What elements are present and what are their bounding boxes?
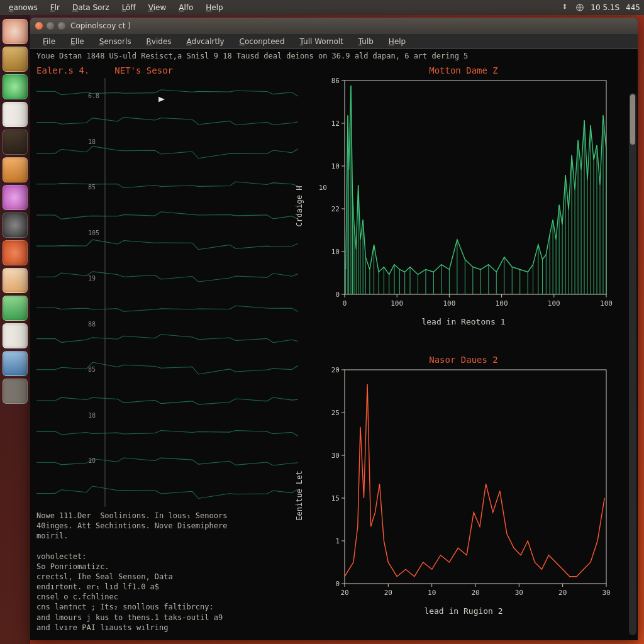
left-yticks: 6.818851051988851810: [88, 78, 107, 507]
menu-file[interactable]: File: [36, 36, 62, 47]
titlebar[interactable]: Copinolscoy ct ): [30, 18, 638, 34]
svg-text:100: 100: [496, 299, 508, 308]
os-menu-item[interactable]: Flr: [45, 2, 65, 13]
svg-text:25: 25: [331, 409, 340, 417]
os-menubar-left: eanows Flr Data Sorz Löff View Alfo Help: [4, 2, 228, 13]
os-menu-item[interactable]: eanows: [4, 2, 43, 13]
content-area: Ealer.s 4. NET's Sesor 6.818851051988851…: [30, 62, 638, 640]
scrollbar-thumb[interactable]: [630, 94, 635, 145]
svg-text:12: 12: [331, 119, 340, 128]
os-tray: 10 5.1S 445: [560, 3, 640, 12]
svg-text:20: 20: [471, 589, 479, 597]
app-menubar: File Elle Sensorls Rvides Advcalrtly Coc…: [30, 34, 638, 49]
menu-item[interactable]: Tull Womolt: [294, 36, 350, 47]
launcher-app[interactable]: [3, 213, 28, 238]
svg-text:0: 0: [343, 299, 347, 308]
plot-top: Motton Dame Z Crdaige H 0100100100100100…: [303, 64, 624, 348]
os-menu-item[interactable]: Alfo: [174, 2, 198, 13]
signal-traces: 6.818851051988851810: [36, 78, 298, 507]
status-line: Youe Dstan 1848 US-uld Resisct,a Snisl 9…: [30, 49, 638, 62]
menu-item[interactable]: Sensorls: [93, 36, 138, 47]
svg-text:20: 20: [331, 366, 340, 374]
launcher-app[interactable]: [3, 268, 28, 293]
plot-top-canvas: 01001001001001000102210128610: [303, 77, 624, 316]
scrollbar[interactable]: [629, 93, 636, 635]
app-window: Copinolscoy ct ) File Elle Sensorls Rvid…: [30, 18, 638, 640]
launcher-app[interactable]: [3, 240, 28, 265]
svg-text:100: 100: [391, 299, 403, 308]
left-pane-titles: Ealer.s 4. NET's Sesor: [36, 64, 298, 78]
launcher-app[interactable]: [3, 47, 28, 72]
os-menu-item[interactable]: Data Sorz: [67, 2, 114, 13]
svg-text:30: 30: [602, 589, 610, 597]
plot-bottom-ylabel: Eenitue Let: [295, 470, 304, 520]
maximize-button[interactable]: [58, 22, 65, 30]
launcher-app[interactable]: [3, 185, 28, 210]
left-title-b: NET's Sesor: [114, 65, 173, 75]
launcher-app[interactable]: [3, 19, 28, 44]
launcher-app[interactable]: [3, 323, 28, 348]
launcher-app[interactable]: [3, 130, 28, 155]
menu-item[interactable]: Rvides: [140, 36, 177, 47]
plot-bottom-xlabel: lead in Rugion 2: [303, 605, 624, 616]
launcher-app[interactable]: [3, 157, 28, 182]
menu-item[interactable]: Tulb: [352, 36, 380, 47]
svg-text:15: 15: [331, 494, 340, 502]
svg-text:100: 100: [600, 299, 613, 308]
os-menu-item[interactable]: View: [143, 2, 171, 13]
os-menubar: eanows Flr Data Sorz Löff View Alfo Help…: [0, 0, 644, 15]
menu-item[interactable]: Advcalrtly: [180, 36, 231, 47]
svg-text:10: 10: [331, 162, 340, 170]
svg-text:100: 100: [443, 299, 455, 308]
menu-help[interactable]: Help: [382, 36, 412, 47]
svg-text:10: 10: [331, 248, 340, 256]
os-menu-item[interactable]: Löff: [117, 2, 141, 13]
menu-item[interactable]: Coconpteed: [233, 36, 291, 47]
tray-extra: 445: [626, 3, 640, 12]
svg-text:20: 20: [340, 589, 348, 597]
launcher: [0, 15, 30, 644]
svg-rect-87: [345, 370, 606, 584]
svg-text:86: 86: [331, 77, 340, 85]
plot-bottom-title: Nasor Daues 2: [303, 353, 624, 366]
left-pane: Ealer.s 4. NET's Sesor 6.818851051988851…: [30, 62, 301, 640]
plot-top-ylabel: Crdaige H: [295, 186, 304, 226]
svg-text:100: 100: [548, 299, 560, 308]
launcher-app[interactable]: [3, 296, 28, 321]
svg-text:30: 30: [515, 589, 523, 597]
svg-text:10: 10: [428, 589, 436, 597]
os-menu-item[interactable]: Help: [201, 2, 228, 13]
svg-rect-3: [345, 80, 606, 294]
menu-item[interactable]: Elle: [64, 36, 91, 47]
launcher-app[interactable]: [3, 102, 28, 127]
svg-text:20: 20: [384, 589, 392, 597]
window-title: Copinolscoy ct ): [70, 21, 131, 30]
window-controls: [35, 22, 65, 30]
plot-bottom: Nasor Daues 2 Eenitue Let 20201020302030…: [303, 353, 624, 638]
svg-text:0: 0: [335, 291, 340, 299]
svg-text:20: 20: [558, 589, 567, 597]
plot-top-xlabel: lead in Reotons 1: [303, 316, 624, 326]
close-button[interactable]: [35, 22, 43, 30]
terminal-output: Nowe 111.Der Soolinions. In lous₁ Senoor…: [36, 507, 298, 638]
svg-text:0: 0: [335, 580, 340, 588]
svg-marker-2: [158, 97, 165, 103]
left-title-a: Ealer.s 4.: [36, 65, 89, 75]
svg-text:22: 22: [331, 205, 340, 213]
tray-time[interactable]: 10 5.1S: [591, 3, 619, 12]
indicator-icon[interactable]: [560, 3, 569, 12]
plot-top-title: Motton Dame Z: [303, 64, 624, 77]
launcher-app[interactable]: [3, 351, 28, 376]
launcher-app[interactable]: [3, 74, 28, 99]
svg-text:30: 30: [331, 452, 340, 460]
network-icon[interactable]: [575, 3, 584, 12]
launcher-app[interactable]: [3, 379, 28, 404]
right-pane: Motton Dame Z Crdaige H 0100100100100100…: [301, 62, 638, 640]
svg-text:1: 1: [335, 537, 340, 545]
minimize-button[interactable]: [47, 22, 54, 30]
svg-text:10: 10: [319, 184, 327, 192]
plot-bottom-canvas: 202010203020300115302520: [303, 366, 624, 605]
